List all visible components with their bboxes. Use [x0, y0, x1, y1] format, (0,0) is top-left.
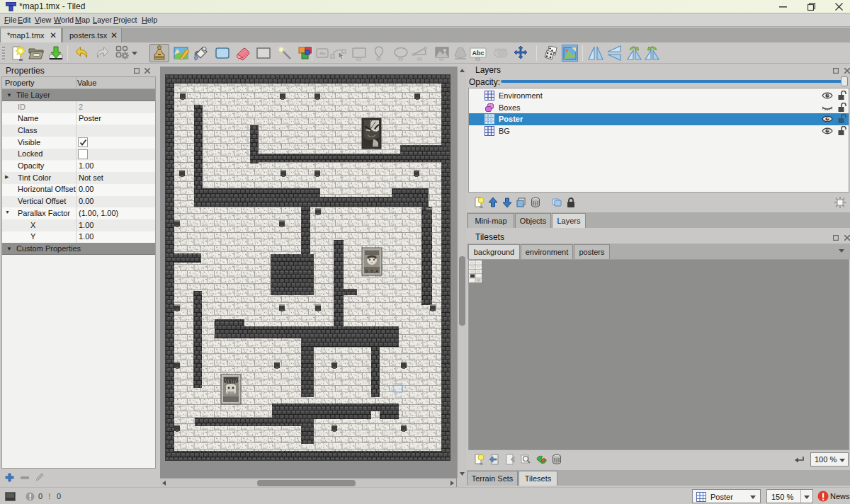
- svg-text:Abc: Abc: [472, 50, 484, 57]
